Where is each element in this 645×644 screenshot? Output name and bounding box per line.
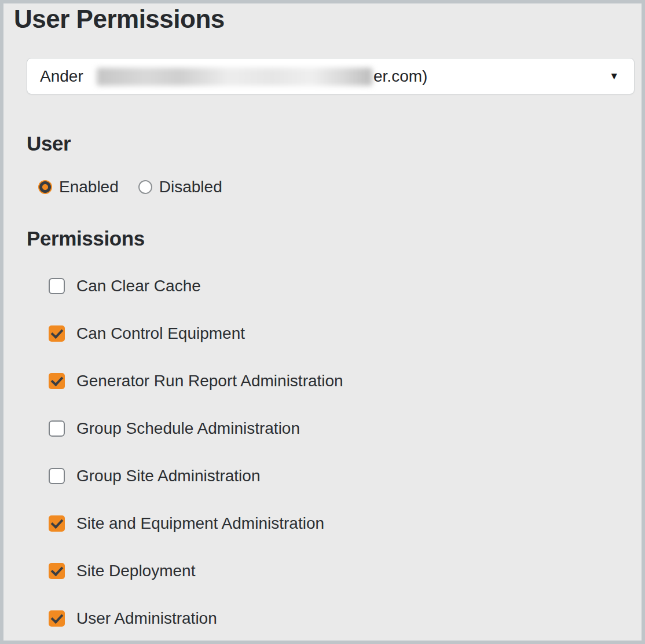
permission-row[interactable]: Can Control Equipment <box>49 325 343 342</box>
radio-label: Enabled <box>59 178 119 196</box>
checkbox-checked-icon[interactable] <box>49 610 65 627</box>
permissions-section-heading: Permissions <box>27 227 145 250</box>
checkbox-unchecked-icon[interactable] <box>49 468 65 484</box>
checkbox-unchecked-icon[interactable] <box>49 278 65 294</box>
permission-label: Site Deployment <box>76 562 195 580</box>
checkbox-checked-icon[interactable] <box>49 325 65 342</box>
selected-user-suffix: er.com) <box>373 67 427 86</box>
user-select-dropdown[interactable]: Ander er.com) ▼ <box>27 58 635 94</box>
permission-label: Can Clear Cache <box>76 277 201 295</box>
user-permissions-panel: User Permissions Ander er.com) ▼ User En… <box>0 0 645 644</box>
radio-option-enabled[interactable]: Enabled <box>38 178 119 196</box>
page-title: User Permissions <box>14 5 225 34</box>
permission-label: Group Schedule Administration <box>76 419 300 438</box>
checkbox-unchecked-icon[interactable] <box>49 420 65 437</box>
permission-label: User Administration <box>76 609 217 628</box>
permission-label: Group Site Administration <box>76 467 261 485</box>
permission-label: Site and Equipment Administration <box>76 514 324 533</box>
permission-label: Can Control Equipment <box>76 324 245 343</box>
checkbox-checked-icon[interactable] <box>49 373 65 389</box>
permission-row[interactable]: Site Deployment <box>49 562 343 580</box>
user-status-radio-group: EnabledDisabled <box>38 178 242 196</box>
permission-row[interactable]: Site and Equipment Administration <box>49 515 343 532</box>
caret-down-icon: ▼ <box>609 70 619 82</box>
redacted-user-text <box>97 68 372 86</box>
permissions-list: Can Clear CacheCan Control EquipmentGene… <box>49 277 343 644</box>
permission-row[interactable]: User Administration <box>49 610 343 627</box>
permission-row[interactable]: Generator Run Report Administration <box>49 372 343 390</box>
checkbox-checked-icon[interactable] <box>49 563 65 579</box>
user-section-heading: User <box>27 132 71 155</box>
permission-row[interactable]: Group Site Administration <box>49 467 343 485</box>
radio-unselected-icon[interactable] <box>138 180 152 194</box>
checkbox-checked-icon[interactable] <box>49 515 65 532</box>
selected-user-text: Ander <box>40 67 83 86</box>
radio-selected-icon[interactable] <box>38 180 52 194</box>
permission-label: Generator Run Report Administration <box>76 372 343 390</box>
radio-label: Disabled <box>159 178 222 196</box>
permission-row[interactable]: Group Schedule Administration <box>49 420 343 437</box>
radio-option-disabled[interactable]: Disabled <box>138 178 222 196</box>
permission-row[interactable]: Can Clear Cache <box>49 277 343 295</box>
